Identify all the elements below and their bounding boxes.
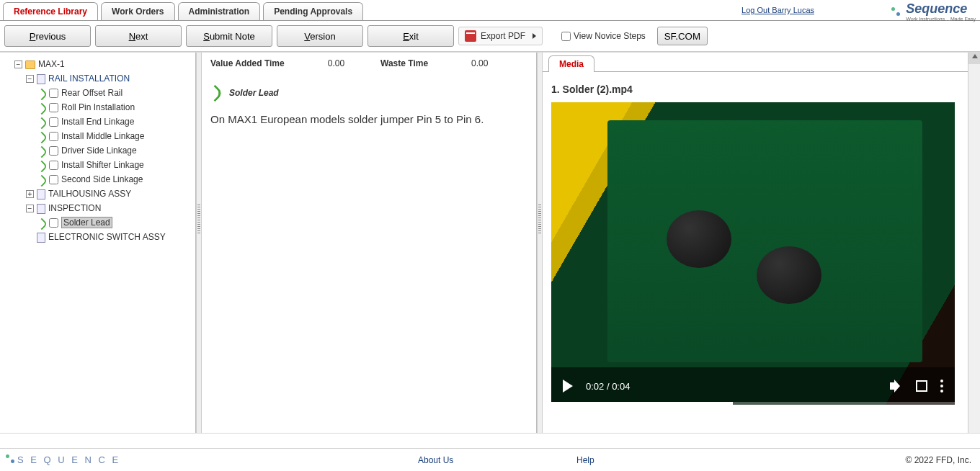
tab-work-orders[interactable]: Work Orders: [101, 2, 174, 20]
scrollbar[interactable]: [968, 53, 980, 433]
doc-icon: [37, 233, 45, 243]
arrow-icon: [37, 89, 48, 99]
wt-label: Waste Time: [380, 58, 428, 68]
main-area: −MAX-1 −RAIL INSTALLATION Rear Offset Ra…: [0, 52, 980, 434]
step-checkbox[interactable]: [49, 175, 58, 184]
expand-toggle[interactable]: −: [14, 60, 22, 68]
arrow-icon: [37, 146, 48, 156]
nav-tree: −MAX-1 −RAIL INSTALLATION Rear Offset Ra…: [3, 57, 192, 244]
brand-icon: [891, 7, 900, 16]
about-link[interactable]: About Us: [418, 455, 453, 465]
pdf-icon: [465, 30, 476, 42]
view-novice-label: View Novice Steps: [574, 31, 646, 41]
tab-media[interactable]: Media: [548, 55, 594, 72]
exit-button[interactable]: Exit: [368, 25, 454, 47]
tree-root[interactable]: MAX-1: [38, 59, 65, 69]
sfcom-button[interactable]: SF.COM: [657, 27, 708, 45]
tab-reference-library[interactable]: Reference Library: [3, 2, 98, 20]
tree-step[interactable]: Driver Side Linkage: [61, 145, 137, 156]
export-label: Export PDF: [481, 31, 525, 41]
footer-logo: S E Q U E N C E: [6, 454, 120, 465]
tree-step[interactable]: Rear Offset Rail: [61, 88, 122, 98]
step-name: Solder Lead: [229, 88, 279, 98]
doc-icon: [37, 74, 45, 84]
media-title: 1. Solder (2).mp4: [551, 84, 959, 95]
tree-step[interactable]: Install End Linkage: [61, 117, 134, 127]
vat-value: 0.00: [328, 58, 344, 68]
fullscreen-icon[interactable]: [916, 380, 927, 392]
progress-bar[interactable]: [551, 402, 955, 405]
tree-group-eswitch[interactable]: ELECTRONIC SWITCH ASSY: [48, 232, 166, 242]
previous-button[interactable]: Previous: [4, 25, 91, 47]
arrow-icon: [210, 86, 225, 100]
tree-group-tailhousing[interactable]: TAILHOUSING ASSY: [48, 189, 131, 199]
vat-label: Value Added Time: [210, 58, 285, 68]
step-checkbox[interactable]: [49, 103, 58, 112]
tree-step[interactable]: Second Side Linkage: [61, 174, 143, 184]
video-controls: 0:02 / 0:04: [551, 367, 955, 405]
brand-text: Sequence: [906, 1, 967, 16]
tab-administration[interactable]: Administration: [178, 2, 261, 20]
step-checkbox[interactable]: [49, 132, 58, 141]
pcb-graphic: [607, 120, 922, 362]
submit-note-button[interactable]: Submit Note: [186, 25, 272, 47]
step-checkbox[interactable]: [49, 146, 58, 156]
footer: S E Q U E N C E About Us Help © 2022 FFD…: [0, 448, 980, 471]
step-checkbox[interactable]: [49, 117, 58, 127]
volume-icon[interactable]: [890, 380, 903, 392]
expand-toggle[interactable]: −: [26, 75, 34, 83]
copyright: © 2022 FFD, Inc.: [905, 455, 971, 465]
tree-step-selected[interactable]: Solder Lead: [61, 217, 112, 228]
instruction-pane: Value Added Time0.00 Waste Time0.00 Sold…: [202, 53, 537, 433]
tree-step[interactable]: Install Shifter Linkage: [61, 160, 144, 170]
export-pdf-button[interactable]: Export PDF: [458, 27, 543, 45]
instruction-body: On MAX1 European models solder jumper Pi…: [210, 113, 527, 125]
video-frame: [551, 102, 955, 405]
component-graphic: [667, 210, 731, 268]
help-link[interactable]: Help: [576, 455, 594, 465]
tree-step[interactable]: Roll Pin Installation: [61, 102, 135, 112]
media-tabs: Media: [543, 53, 968, 72]
tree-group-inspection[interactable]: INSPECTION: [48, 203, 101, 213]
arrow-icon: [37, 117, 48, 127]
tree-step[interactable]: Install Middle Linkage: [61, 131, 144, 141]
doc-icon: [37, 204, 45, 214]
splitter-right[interactable]: [537, 53, 543, 433]
next-button[interactable]: Next: [95, 25, 182, 47]
view-novice-toggle[interactable]: View Novice Steps: [561, 31, 646, 41]
step-checkbox[interactable]: [49, 89, 58, 98]
logo-icon: [6, 454, 14, 463]
main-tabs: Reference Library Work Orders Administra…: [3, 0, 363, 20]
splitter-left[interactable]: [196, 53, 202, 433]
logout-link[interactable]: Log Out Barry Lucas: [741, 6, 814, 14]
expand-toggle[interactable]: −: [26, 205, 34, 212]
video-player[interactable]: 0:02 / 0:04: [551, 102, 955, 405]
media-body: 1. Solder (2).mp4 0:02 / 0:04: [543, 71, 968, 412]
more-icon[interactable]: [940, 380, 943, 392]
tree-pane: −MAX-1 −RAIL INSTALLATION Rear Offset Ra…: [0, 53, 196, 433]
top-nav: Reference Library Work Orders Administra…: [0, 0, 980, 21]
video-time: 0:02 / 0:04: [586, 381, 630, 392]
chevron-right-icon: [533, 33, 536, 39]
doc-icon: [37, 189, 45, 199]
arrow-icon: [37, 161, 48, 171]
arrow-icon: [37, 218, 48, 228]
tab-pending-approvals[interactable]: Pending Approvals: [263, 2, 363, 20]
version-button[interactable]: Version: [277, 25, 363, 47]
brand-sub: Work Instructions... Made Easy: [906, 17, 976, 22]
component-graphic: [757, 246, 821, 304]
step-checkbox[interactable]: [49, 161, 58, 170]
view-novice-checkbox[interactable]: [561, 32, 571, 41]
arrow-icon: [37, 132, 48, 142]
step-checkbox[interactable]: [49, 218, 58, 228]
tree-group-rail[interactable]: RAIL INSTALLATION: [48, 73, 130, 84]
expand-toggle[interactable]: +: [26, 190, 34, 198]
play-button[interactable]: [563, 380, 573, 392]
time-row: Value Added Time0.00 Waste Time0.00: [210, 58, 527, 68]
step-title: Solder Lead: [210, 86, 527, 100]
toolbar: Previous Next Submit Note Version Exit E…: [0, 21, 980, 52]
folder-icon: [25, 60, 35, 69]
wt-value: 0.00: [471, 58, 488, 68]
media-pane: Media 1. Solder (2).mp4 0:02 / 0:04: [543, 53, 968, 433]
brand-logo: Sequence Work Instructions... Made Easy: [891, 1, 976, 22]
